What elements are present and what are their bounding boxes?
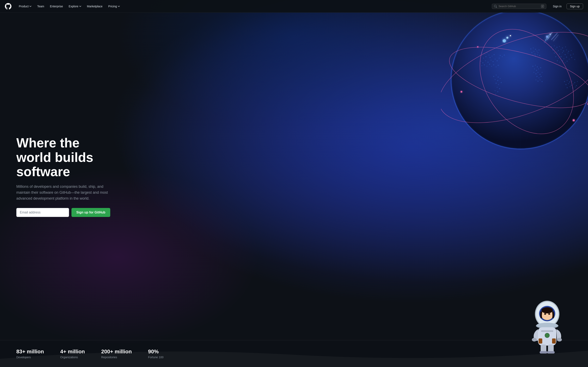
nav-marketplace[interactable]: Marketplace [85, 3, 105, 9]
search-icon [494, 5, 497, 8]
svg-rect-171 [540, 351, 547, 354]
svg-point-162 [536, 323, 558, 328]
hero-content: Where the world builds software Millions… [0, 0, 588, 340]
stat-label: Developers [16, 356, 44, 359]
svg-point-158 [544, 313, 546, 315]
hero-title: Where the world builds software [16, 136, 110, 179]
nav-product[interactable]: Product [16, 3, 34, 9]
svg-point-159 [548, 313, 550, 315]
stat-number: 200+ million [101, 349, 132, 355]
nav-explore[interactable]: Explore [66, 3, 84, 9]
chevron-down-icon [118, 5, 120, 7]
github-logo[interactable] [5, 3, 11, 9]
svg-point-160 [541, 307, 553, 313]
nav-actions: Sign in Sign up [550, 3, 583, 9]
svg-point-166 [545, 334, 549, 337]
chevron-down-icon [79, 5, 81, 7]
signup-button[interactable]: Sign up [567, 3, 583, 9]
stat-label: Repositories [101, 356, 132, 359]
hero-subtitle: Millions of developers and companies bui… [16, 184, 110, 201]
navigation: Product Team Enterprise Explore Marketpl… [0, 0, 588, 13]
stat-label: Organizations [60, 356, 85, 359]
stat-number: 83+ million [16, 349, 44, 355]
astronaut-character [527, 298, 568, 355]
nav-team[interactable]: Team [35, 3, 47, 9]
nav-links: Product Team Enterprise Explore Marketpl… [16, 3, 492, 9]
svg-point-167 [532, 338, 537, 342]
nav-pricing[interactable]: Pricing [106, 3, 122, 9]
signup-cta-button[interactable]: Sign up for GitHub [71, 208, 110, 217]
hero-left: Where the world builds software Millions… [0, 13, 122, 340]
hero-section: Where the world builds software Millions… [0, 0, 588, 367]
stats-bar: 83+ million Developers 4+ million Organi… [0, 340, 588, 367]
signin-button[interactable]: Sign in [550, 4, 565, 9]
search-bar[interactable]: / [492, 4, 546, 9]
stat-fortune: 90% Fortune 100 [148, 349, 164, 359]
svg-rect-172 [547, 351, 555, 354]
svg-rect-164 [541, 330, 553, 332]
search-kbd: / [541, 5, 544, 8]
stat-developers: 83+ million Developers [16, 349, 44, 359]
stat-label: Fortune 100 [148, 356, 164, 359]
nav-enterprise[interactable]: Enterprise [47, 3, 65, 9]
email-input[interactable] [16, 208, 69, 217]
svg-point-168 [557, 338, 562, 342]
chevron-down-icon [29, 5, 31, 7]
stat-number: 90% [148, 349, 164, 355]
stat-repositories: 200+ million Repositories [101, 349, 132, 359]
stat-number: 4+ million [60, 349, 85, 355]
hero-form: Sign up for GitHub [16, 208, 110, 217]
stat-organizations: 4+ million Organizations [60, 349, 85, 359]
search-input[interactable] [499, 5, 539, 8]
svg-rect-173 [539, 338, 542, 343]
svg-rect-174 [552, 338, 556, 343]
